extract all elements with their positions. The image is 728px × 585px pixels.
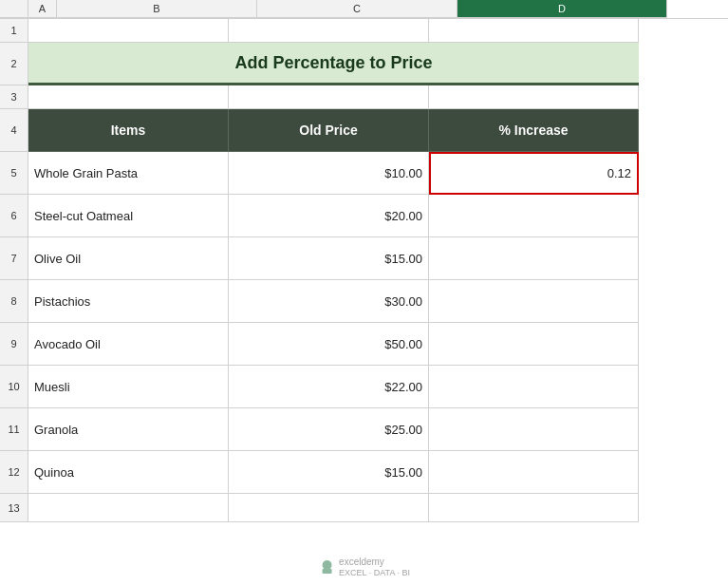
cell-c8[interactable]: $30.00 bbox=[229, 280, 429, 323]
pct-increase-header: % Increase bbox=[429, 109, 639, 152]
cell-c12[interactable]: $15.00 bbox=[229, 451, 429, 494]
grid-row-9: Avocado Oil $50.00 bbox=[28, 323, 728, 366]
grid-row-12: Quinoa $15.00 bbox=[28, 451, 728, 494]
cell-c10[interactable]: $22.00 bbox=[229, 366, 429, 408]
svg-point-0 bbox=[322, 560, 331, 570]
cell-b11[interactable]: Granola bbox=[28, 408, 229, 451]
grid-row-6: Steel-cut Oatmeal $20.00 bbox=[28, 195, 728, 237]
cell-d10[interactable] bbox=[429, 366, 639, 408]
watermark-text: exceldemyEXCEL · DATA · BI bbox=[339, 557, 410, 577]
cell-b6[interactable]: Steel-cut Oatmeal bbox=[28, 195, 229, 237]
cell-d6[interactable] bbox=[429, 195, 639, 237]
cell-c6[interactable]: $20.00 bbox=[229, 195, 429, 237]
row-num-13: 13 bbox=[0, 494, 28, 522]
grid-row-8: Pistachios $30.00 bbox=[28, 280, 728, 323]
row-num-11: 11 bbox=[0, 408, 28, 451]
col-header-a[interactable]: A bbox=[28, 0, 57, 18]
spreadsheet: A B C D 1 2 3 4 5 6 7 8 9 10 11 12 13 bbox=[0, 0, 728, 585]
row-num-3: 3 bbox=[0, 85, 28, 109]
cell-d12[interactable] bbox=[429, 451, 639, 494]
grid-row-11: Granola $25.00 bbox=[28, 408, 728, 451]
row-num-6: 6 bbox=[0, 195, 28, 237]
row-num-7: 7 bbox=[0, 237, 28, 280]
grid-row-10: Muesli $22.00 bbox=[28, 366, 728, 408]
cell-c9[interactable]: $50.00 bbox=[229, 323, 429, 366]
cell-d5[interactable]: 0.12 bbox=[429, 152, 639, 195]
svg-rect-1 bbox=[322, 569, 331, 574]
col-header-d[interactable]: D bbox=[457, 0, 667, 18]
cell-b10[interactable]: Muesli bbox=[28, 366, 229, 408]
items-header: Items bbox=[28, 109, 229, 152]
column-headers: A B C D bbox=[0, 0, 728, 19]
corner-cell bbox=[0, 0, 28, 18]
cell-b8[interactable]: Pistachios bbox=[28, 280, 229, 323]
row-num-9: 9 bbox=[0, 323, 28, 366]
cell-c13[interactable] bbox=[229, 494, 429, 522]
cell-b7[interactable]: Olive Oil bbox=[28, 237, 229, 280]
row-num-1: 1 bbox=[0, 19, 28, 43]
col-header-c[interactable]: C bbox=[257, 0, 457, 18]
cell-b5[interactable]: Whole Grain Pasta bbox=[28, 152, 229, 195]
grid-row-1 bbox=[28, 19, 728, 43]
cell-b12[interactable]: Quinoa bbox=[28, 451, 229, 494]
cell-c3[interactable] bbox=[229, 85, 429, 109]
col-header-b[interactable]: B bbox=[57, 0, 257, 18]
grid-row-5: Whole Grain Pasta $10.00 0.12 bbox=[28, 152, 728, 195]
grid-row-4: Items Old Price % Increase bbox=[28, 109, 728, 152]
cell-c5[interactable]: $10.00 bbox=[229, 152, 429, 195]
cell-d1[interactable] bbox=[429, 19, 639, 43]
row-num-2: 2 bbox=[0, 43, 28, 85]
cell-d3[interactable] bbox=[429, 85, 639, 109]
cell-b9[interactable]: Avocado Oil bbox=[28, 323, 229, 366]
grid-row-13 bbox=[28, 494, 728, 522]
cell-d8[interactable] bbox=[429, 280, 639, 323]
old-price-header: Old Price bbox=[229, 109, 429, 152]
cell-d7[interactable] bbox=[429, 237, 639, 280]
cell-d9[interactable] bbox=[429, 323, 639, 366]
spreadsheet-body: 1 2 3 4 5 6 7 8 9 10 11 12 13 bbox=[0, 19, 728, 522]
row-num-5: 5 bbox=[0, 152, 28, 195]
cell-b1[interactable] bbox=[28, 19, 229, 43]
grid-row-2: Add Percentage to Price bbox=[28, 43, 728, 85]
cell-b3[interactable] bbox=[28, 85, 229, 109]
title-cell: Add Percentage to Price bbox=[28, 43, 639, 85]
watermark: exceldemyEXCEL · DATA · BI bbox=[318, 557, 410, 577]
row-num-4: 4 bbox=[0, 109, 28, 152]
grid: Add Percentage to Price Items Old Price … bbox=[28, 19, 728, 522]
cell-b13[interactable] bbox=[28, 494, 229, 522]
cell-c7[interactable]: $15.00 bbox=[229, 237, 429, 280]
cell-d13[interactable] bbox=[429, 494, 639, 522]
row-numbers: 1 2 3 4 5 6 7 8 9 10 11 12 13 bbox=[0, 19, 28, 522]
cell-c11[interactable]: $25.00 bbox=[229, 408, 429, 451]
grid-row-7: Olive Oil $15.00 bbox=[28, 237, 728, 280]
grid-row-3 bbox=[28, 85, 728, 109]
cell-d11[interactable] bbox=[429, 408, 639, 451]
row-num-8: 8 bbox=[0, 280, 28, 323]
row-num-10: 10 bbox=[0, 366, 28, 408]
row-num-12: 12 bbox=[0, 451, 28, 494]
cell-c1[interactable] bbox=[229, 19, 429, 43]
exceldemy-logo-icon bbox=[318, 558, 335, 576]
